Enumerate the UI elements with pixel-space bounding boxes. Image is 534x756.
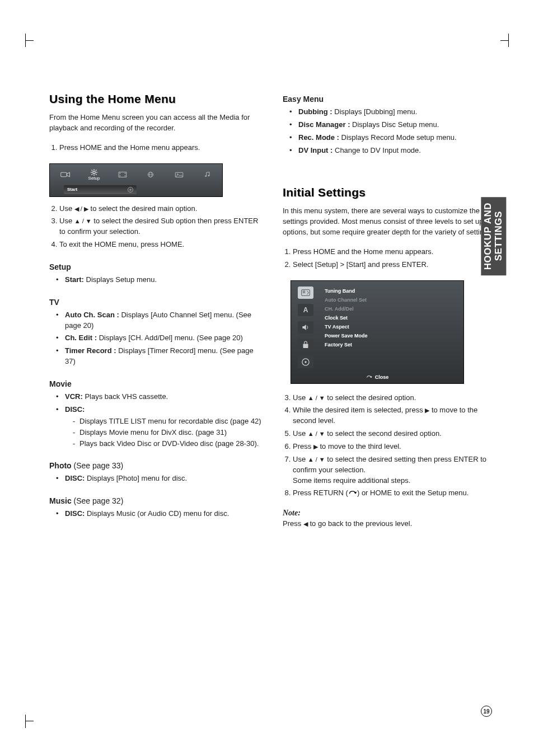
note-text: Press ◀ to go back to the previous level…	[283, 519, 496, 529]
list-item-label: Dubbing :	[298, 107, 332, 116]
crop-mark	[25, 34, 33, 47]
globe-icon	[142, 166, 160, 183]
settings-language-icon: A	[298, 304, 313, 316]
steps-list-2: Use ◀ / ▶ to select the desired main opt…	[49, 204, 263, 250]
settings-option: Tuning Band	[325, 287, 413, 295]
sub-list-item: Plays back Video Disc or DVD-Video disc …	[73, 439, 263, 449]
arrow-glyph: ▲ / ▼	[308, 430, 325, 439]
camcorder-icon	[57, 166, 75, 183]
setup-heading: Setup	[49, 262, 263, 271]
svg-rect-13	[124, 173, 125, 174]
step-item: Use ▲ / ▼ to select the desired setting …	[293, 454, 496, 486]
step-item: Press HOME and the Home menu appears.	[293, 247, 496, 257]
step-item: Select [Setup] > [Start] and press ENTER…	[293, 260, 496, 270]
svg-point-27	[305, 361, 307, 363]
settings-menu-screenshot: A Tuning BandAuto Channel SetCH. Add/Del…	[291, 280, 464, 384]
arrow-glyph: ▶	[313, 443, 318, 452]
sub-list-item: Displays TITLE LIST menu for recordable …	[73, 416, 263, 426]
list-item-label: DV Input :	[298, 146, 332, 154]
settings-option: Auto Channel Set	[325, 295, 413, 304]
svg-rect-25	[303, 344, 308, 348]
list-item: Dubbing : Displays [Dubbing] menu.	[289, 107, 496, 118]
settings-option: TV Aspect	[325, 322, 413, 331]
photo-heading-note: (See page 33)	[72, 461, 124, 470]
list-item: DISC: Displays [Photo] menu for disc.	[56, 473, 263, 484]
easy-menu-heading: Easy Menu	[283, 95, 496, 104]
list-item-text: Plays back VHS cassette.	[83, 392, 168, 401]
movie-icon	[113, 166, 132, 183]
page: HOOKUP AND SETTINGS Using the Home Menu …	[0, 0, 534, 756]
arrow-glyph: ▲ / ▼	[74, 217, 92, 226]
movie-heading: Movie	[49, 379, 263, 388]
list-item: DISC: Displays Music (or Audio CD) menu …	[56, 509, 263, 519]
list-item-text: Displays [Dubbing] menu.	[332, 107, 418, 116]
list-item: DISC:Displays TITLE LIST menu for record…	[56, 405, 263, 449]
list-item-label: Ch. Edit :	[65, 334, 97, 342]
crop-mark	[501, 34, 509, 47]
arrow-glyph: ▲ / ▼	[308, 456, 325, 464]
settings-option: Clock Set	[325, 313, 413, 322]
settings-option: Factory Set	[325, 340, 413, 349]
setup-icon: Setup	[85, 166, 104, 183]
step-item: Use ▲ / ▼ to select the desired Sub opti…	[59, 216, 263, 237]
settings-close-label: Close	[375, 374, 389, 380]
list-item-label: DISC:	[65, 509, 85, 518]
settings-option: CH. Add/Del	[325, 304, 413, 313]
initial-steps-b: Use ▲ / ▼ to select the desired option.W…	[283, 393, 496, 499]
svg-rect-14	[124, 175, 125, 176]
settings-option-list: Tuning BandAuto Channel SetCH. Add/DelCl…	[325, 287, 413, 349]
music-heading: Music (See page 32)	[49, 496, 263, 505]
svg-rect-24	[303, 292, 306, 293]
step-item: Use ▲ / ▼ to select the desired option.	[293, 393, 496, 403]
list-item-text: Displays [Photo] menu for disc.	[85, 474, 187, 482]
list-item-text: Displays [CH. Add/Del] menu. (See page 2…	[97, 334, 243, 342]
movie-list: VCR: Plays back VHS cassette.DISC:Displa…	[49, 392, 263, 449]
return-icon	[348, 490, 357, 496]
music-heading-note: (See page 32)	[72, 496, 124, 505]
home-menu-screenshot: Setup Start	[49, 163, 223, 197]
step-item: Press ▶ to move to the third level.	[293, 442, 496, 452]
svg-rect-23	[303, 290, 306, 291]
enter-indicator-icon	[128, 187, 133, 192]
start-label: Start	[67, 187, 77, 192]
list-item-label: Auto Ch. Scan :	[65, 311, 119, 319]
settings-lock-icon	[298, 339, 313, 351]
music-list: DISC: Displays Music (or Audio CD) menu …	[49, 509, 263, 519]
steps-list-1: Press HOME and the Home menu appears.	[49, 143, 263, 153]
svg-rect-11	[119, 173, 120, 174]
list-item: Rec. Mode : Displays Record Mode setup m…	[289, 133, 496, 143]
svg-point-20	[205, 175, 207, 176]
sub-list-item: Displays Movie menu for DivX disc. (page…	[73, 428, 263, 438]
list-item: Start: Displays Setup menu.	[56, 275, 263, 285]
svg-point-19	[177, 173, 178, 175]
heading-using-home-menu: Using the Home Menu	[49, 92, 263, 106]
start-submenu: Start	[64, 185, 137, 194]
settings-general-icon	[298, 287, 313, 299]
list-item-label: Timer Record :	[65, 346, 116, 355]
section-tab-line2: SETTINGS	[493, 212, 503, 261]
list-item-text: Displays Disc Setup menu.	[350, 120, 439, 129]
left-column: Using the Home Menu From the Home Menu s…	[49, 92, 263, 529]
list-item-text: Change to DV Input mode.	[332, 146, 421, 154]
list-item-label: DISC:	[65, 474, 85, 482]
list-item-text: Displays Setup menu.	[84, 275, 157, 284]
right-column: Easy Menu Dubbing : Displays [Dubbing] m…	[283, 92, 496, 529]
step-item: Press HOME and the Home menu appears.	[59, 143, 263, 153]
music-icon	[198, 166, 217, 183]
list-item: Auto Ch. Scan : Displays [Auto Channel S…	[56, 310, 263, 331]
tv-heading: TV	[49, 298, 263, 307]
arrow-glyph: ▲ / ▼	[308, 394, 325, 403]
svg-point-21	[208, 175, 209, 176]
list-item-text: Displays Music (or Audio CD) menu for di…	[85, 509, 229, 518]
heading-initial-settings: Initial Settings	[283, 186, 496, 199]
list-item-text: Displays Record Mode setup menu.	[339, 133, 457, 142]
settings-close-hint: Close	[366, 374, 389, 380]
intro-text: From the Home Menu screen you can access…	[49, 112, 263, 134]
step-item: While the desired item is selected, pres…	[293, 405, 496, 426]
arrow-glyph: ◀	[303, 520, 308, 528]
crop-mark	[25, 715, 33, 728]
list-item: Ch. Edit : Displays [CH. Add/Del] menu. …	[56, 333, 263, 344]
section-tab: HOOKUP AND SETTINGS	[481, 197, 506, 275]
settings-disc-icon	[298, 356, 313, 368]
return-icon	[366, 374, 373, 380]
